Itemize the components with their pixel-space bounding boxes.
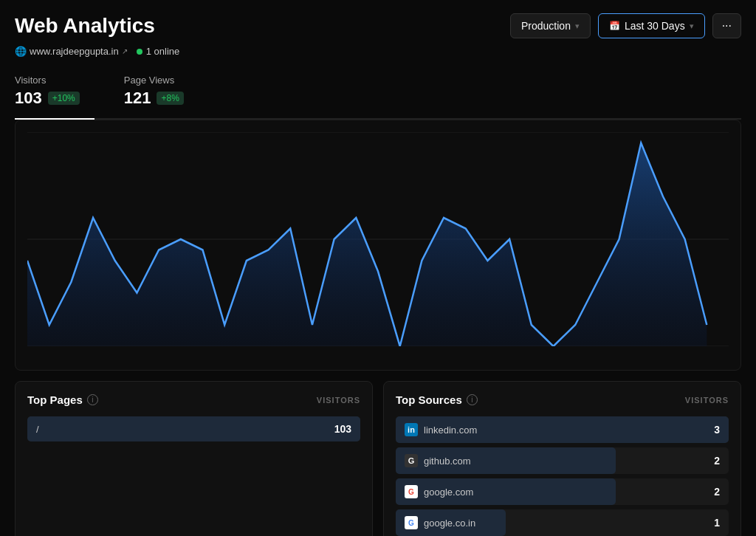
chart-container: 10 5 0 07/01 14/01 21/01 28/01 (15, 120, 741, 371)
page-views-label: Page Views (124, 75, 184, 86)
bottom-panels: Top Pages i VISITORS / 103 Top Sources i… (15, 381, 741, 536)
analytics-chart: 10 5 0 07/01 14/01 21/01 28/01 (27, 132, 729, 346)
source-visitors-count: 2 (714, 486, 720, 498)
top-pages-info-icon[interactable]: i (87, 394, 98, 405)
list-item[interactable]: G google.com 2 (396, 478, 729, 505)
page-views-tab[interactable]: Page Views 121 +8% (124, 66, 199, 118)
top-pages-column-label: VISITORS (317, 396, 360, 405)
more-options-button[interactable]: ··· (712, 13, 741, 38)
more-dots-label: ··· (722, 20, 732, 32)
top-sources-panel: Top Sources i VISITORS in linkedin.com 3… (383, 381, 741, 536)
top-sources-title: Top Sources (396, 394, 462, 406)
chevron-down-icon-2: ▾ (690, 21, 694, 31)
github-icon: G (405, 454, 418, 467)
list-item[interactable]: in linkedin.com 3 (396, 416, 729, 443)
top-pages-panel: Top Pages i VISITORS / 103 (15, 381, 373, 536)
top-sources-column-label: VISITORS (685, 396, 729, 405)
online-dot-icon (137, 49, 142, 55)
source-name: github.com (424, 456, 471, 467)
source-visitors-count: 3 (714, 424, 720, 436)
source-visitors-count: 1 (714, 517, 720, 529)
top-pages-list: / 103 (27, 416, 360, 441)
visitors-value: 103 (15, 89, 42, 108)
top-sources-header: Top Sources i VISITORS (396, 394, 729, 406)
calendar-icon: 📅 (609, 21, 620, 31)
top-sources-title-group: Top Sources i (396, 394, 478, 406)
production-label: Production (521, 20, 571, 32)
source-name: linkedin.com (424, 425, 477, 436)
top-pages-title-group: Top Pages i (27, 394, 98, 406)
google-icon: G (405, 485, 418, 498)
visitors-value-row: 103 +10% (15, 89, 80, 108)
source-visitors-count: 2 (714, 455, 720, 467)
page-path: / (36, 424, 39, 435)
page-views-trend: +8% (157, 92, 183, 105)
top-pages-title: Top Pages (27, 394, 83, 406)
list-item[interactable]: G github.com 2 (396, 447, 729, 474)
globe-icon: 🌐 (15, 46, 27, 57)
external-link-icon: ↗ (122, 47, 128, 55)
site-url[interactable]: 🌐 www.rajdeepgupta.in ↗ (15, 46, 128, 57)
source-name: google.co.in (424, 518, 475, 529)
stats-tabs: Visitors 103 +10% Page Views 121 +8% (15, 66, 741, 120)
visitors-tab[interactable]: Visitors 103 +10% (15, 66, 94, 118)
visitors-label: Visitors (15, 75, 80, 86)
table-row[interactable]: / 103 (27, 416, 360, 441)
last-days-label: Last 30 Days (625, 20, 685, 32)
header-controls: Production ▾ 📅 Last 30 Days ▾ ··· (510, 13, 741, 38)
list-item[interactable]: G google.co.in 1 (396, 509, 729, 536)
last-days-dropdown[interactable]: 📅 Last 30 Days ▾ (598, 13, 705, 38)
header: Web Analytics Production ▾ 📅 Last 30 Day… (0, 0, 756, 38)
page-title: Web Analytics (15, 14, 155, 38)
page-visitors-count: 103 (334, 423, 351, 435)
page-views-value: 121 (124, 89, 151, 108)
top-sources-list: in linkedin.com 3 G github.com 2 G googl… (396, 416, 729, 536)
source-name: google.com (424, 487, 473, 498)
google-co-icon: G (405, 516, 418, 529)
production-dropdown[interactable]: Production ▾ (510, 13, 591, 38)
subheader: 🌐 www.rajdeepgupta.in ↗ 1 online (0, 38, 756, 57)
top-sources-info-icon[interactable]: i (467, 394, 478, 405)
visitors-trend: +10% (48, 92, 80, 105)
page-views-value-row: 121 +8% (124, 89, 184, 108)
top-pages-header: Top Pages i VISITORS (27, 394, 360, 406)
chevron-down-icon: ▾ (575, 21, 580, 31)
linkedin-icon: in (405, 423, 418, 436)
online-indicator: 1 online (137, 46, 180, 57)
